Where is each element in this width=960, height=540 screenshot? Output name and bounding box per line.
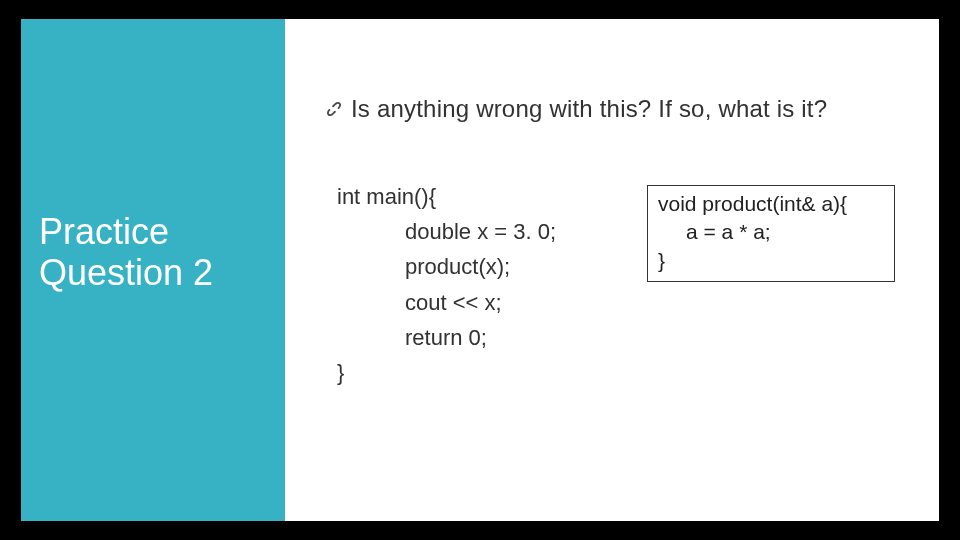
bullet-text: Is anything wrong with this? If so, what… [351, 95, 827, 123]
title-line-2: Question 2 [39, 252, 213, 293]
content-area: Is anything wrong with this? If so, what… [299, 19, 939, 521]
sidebar: Practice Question 2 [21, 19, 285, 521]
code-line: cout << x; [337, 285, 556, 320]
code-line: a = a * a; [658, 218, 886, 246]
code-line: return 0; [337, 320, 556, 355]
boxed-code-block: void product(int& a){ a = a * a; } [647, 185, 895, 282]
slide-title: Practice Question 2 [39, 211, 267, 294]
code-line: product(x); [337, 249, 556, 284]
code-line: int main(){ [337, 184, 436, 209]
code-line: } [337, 360, 344, 385]
code-line: } [658, 249, 665, 272]
slide: Practice Question 2 Is anything wrong wi… [21, 19, 939, 521]
code-line: void product(int& a){ [658, 192, 847, 215]
main-code-block: int main(){ double x = 3. 0; product(x);… [337, 179, 556, 390]
title-line-1: Practice [39, 211, 169, 252]
bullet-row: Is anything wrong with this? If so, what… [323, 95, 827, 123]
link-icon [323, 98, 345, 120]
code-line: double x = 3. 0; [337, 214, 556, 249]
